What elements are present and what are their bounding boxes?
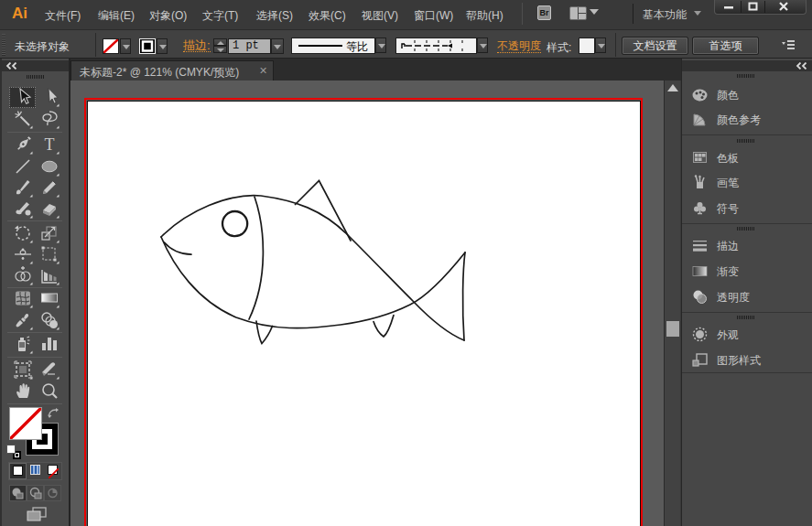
svg-text:T: T bbox=[45, 135, 55, 154]
svg-text:等比: 等比 bbox=[346, 40, 368, 53]
